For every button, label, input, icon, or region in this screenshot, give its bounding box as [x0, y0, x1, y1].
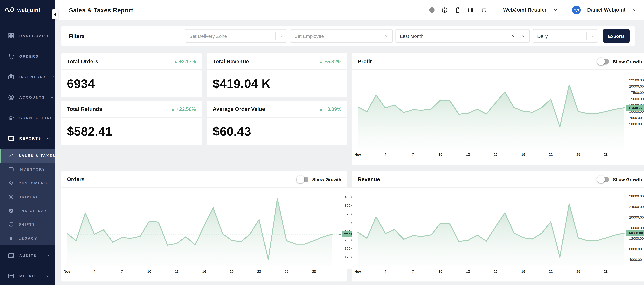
- sidebar-item-label: METRC: [19, 274, 35, 278]
- sidebar-subitem-inventory[interactable]: INVENTORY: [0, 162, 54, 176]
- reports-submenu: SALES & TAXES INVENTORY CUSTOMERS DRIVER…: [0, 149, 54, 245]
- stat-card-average-order-value: Average Order Value ▲+3.09% $60.43: [207, 101, 347, 145]
- employee-select[interactable]: Set Employee: [290, 29, 392, 43]
- clear-icon[interactable]: ✕: [508, 33, 518, 38]
- sidebar-item-label: DASHBOARD: [19, 34, 48, 38]
- chart-box-icon: [8, 252, 14, 259]
- chevron-down-icon: [554, 8, 558, 12]
- status-dot-icon: [429, 7, 434, 12]
- svg-text:16: 16: [494, 270, 498, 274]
- org-name: WebJoint Retailer: [503, 7, 546, 13]
- show-growth-label: Show Growth: [312, 177, 342, 182]
- device-icon[interactable]: [455, 7, 461, 13]
- svg-text:5000.00: 5000.00: [629, 122, 642, 126]
- bar-chart-box-icon: [8, 135, 14, 142]
- sidebar-item-audits[interactable]: AUDITS: [0, 245, 54, 266]
- select-value: Set Employee: [294, 34, 324, 38]
- sidebar-item-orders[interactable]: ORDERS: [0, 46, 54, 66]
- stat-delta: ▲+22.56%: [171, 106, 196, 112]
- brand-name: webjoint: [17, 7, 40, 13]
- stats-grid: Total Orders ▲+2.17% 6934 Total Revenue …: [61, 53, 347, 145]
- svg-text:16000.00: 16000.00: [629, 226, 644, 230]
- panel-icon[interactable]: [468, 7, 474, 13]
- stat-delta: ▲+2.17%: [173, 58, 196, 64]
- chevron-down-icon: [522, 34, 526, 38]
- interval-select[interactable]: Daily: [533, 29, 598, 43]
- delivery-zone-select[interactable]: Set Delivery Zone: [185, 29, 287, 43]
- exports-button[interactable]: Exports: [603, 29, 630, 43]
- home-icon: [8, 114, 14, 121]
- svg-text:16: 16: [202, 270, 206, 274]
- sidebar-item-label: CONNECTIONS: [19, 116, 53, 120]
- topbar-tools: [429, 7, 496, 13]
- svg-text:Nov: Nov: [354, 152, 361, 156]
- collapse-sidebar-button[interactable]: [52, 10, 58, 19]
- svg-text:10: 10: [438, 270, 442, 274]
- list-card-icon: [8, 273, 14, 279]
- chart-box-icon: [8, 166, 14, 172]
- user-picker[interactable]: Daniel Webjoint: [565, 0, 644, 20]
- chevron-down-icon: [554, 8, 558, 12]
- svg-text:16: 16: [494, 152, 498, 156]
- svg-text:22: 22: [549, 270, 553, 274]
- sidebar-subitem-label: END OF DAY: [18, 209, 47, 213]
- sidebar-item-connections[interactable]: CONNECTIONS: [0, 108, 54, 128]
- sidebar-subitem-drivers[interactable]: DRIVERS: [0, 190, 54, 204]
- chevron-down-icon: [50, 95, 54, 100]
- show-growth-label: Show Growth: [613, 177, 642, 182]
- avatar: [572, 6, 581, 14]
- svg-text:11448.77: 11448.77: [628, 106, 643, 110]
- help-icon: [442, 7, 448, 13]
- chevron-down-icon: [46, 253, 50, 258]
- svg-text:7: 7: [121, 270, 123, 274]
- stat-card-total-revenue: Total Revenue ▲+5.32% $419.04 K: [207, 53, 347, 97]
- chevron-up-icon: [46, 136, 50, 141]
- stat-title: Total Refunds: [67, 106, 102, 112]
- sidebar-item-metrc[interactable]: METRC: [0, 266, 54, 285]
- webjoint-logo-icon: [4, 6, 14, 14]
- status-dot-icon[interactable]: [429, 7, 434, 12]
- svg-text:4000.00: 4000.00: [629, 258, 642, 262]
- triangle-up-icon: ▲: [173, 59, 178, 64]
- svg-text:28: 28: [604, 152, 608, 156]
- svg-text:7: 7: [412, 270, 414, 274]
- sidebar-subitem-customers[interactable]: CUSTOMERS: [0, 176, 54, 190]
- show-growth-toggle[interactable]: [598, 58, 609, 64]
- org-picker[interactable]: WebJoint Retailer: [496, 0, 565, 20]
- sidebar-item-reports[interactable]: REPORTS: [0, 128, 54, 149]
- sidebar-subitem-end-of-day[interactable]: END OF DAY: [0, 204, 54, 218]
- svg-text:22500.00: 22500.00: [629, 78, 644, 82]
- sidebar-item-accounts[interactable]: ACCOUNTS: [0, 87, 54, 108]
- svg-text:8000.00: 8000.00: [629, 247, 642, 251]
- avatar-logo-icon: [574, 8, 579, 12]
- chart-card-revenue: Revenue Show Growth 28000.0024000.002000…: [352, 171, 644, 282]
- svg-text:13: 13: [175, 270, 179, 274]
- date-range-select[interactable]: Last Month ✕: [396, 29, 530, 43]
- show-growth-toggle[interactable]: [298, 176, 308, 182]
- svg-text:25: 25: [284, 270, 288, 274]
- star-icon: [8, 235, 14, 241]
- stat-title: Total Orders: [67, 58, 98, 64]
- sidebar: webjoint DASHBOARD ORDERS INVENTORY ACCO…: [0, 0, 54, 285]
- topbar: Sales & Taxes Report WebJoint Retailer D…: [54, 0, 644, 20]
- check-circle-icon: [8, 208, 14, 214]
- sidebar-item-dashboard[interactable]: DASHBOARD: [0, 26, 54, 46]
- sidebar-subitem-shifts[interactable]: SHIFTS: [0, 218, 54, 231]
- svg-text:20000.00: 20000.00: [629, 216, 644, 219]
- sidebar-subitem-sales-taxes[interactable]: SALES & TAXES: [0, 149, 54, 162]
- filter-controls: Set Delivery Zone Set Employee Last Mont…: [185, 29, 630, 43]
- user-name: Daniel Webjoint: [587, 7, 626, 13]
- refresh-icon[interactable]: [481, 7, 487, 13]
- trend-up-icon: [8, 153, 14, 158]
- sidebar-subitem-legacy[interactable]: LEGACY: [0, 231, 54, 245]
- help-icon[interactable]: [442, 7, 448, 13]
- svg-text:25: 25: [576, 270, 580, 274]
- stat-card-total-refunds: Total Refunds ▲+22.56% $582.41: [61, 101, 202, 145]
- sidebar-subitem-label: SHIFTS: [18, 222, 35, 226]
- show-growth-toggle[interactable]: [598, 176, 609, 182]
- sidebar-item-inventory[interactable]: INVENTORY: [0, 66, 54, 87]
- svg-text:28: 28: [604, 270, 608, 274]
- sidebar-item-label: AUDITS: [19, 253, 37, 258]
- refresh-icon: [481, 7, 487, 13]
- area-chart-orders: 400.00360.00320.00280.00240.00200.00160.…: [61, 188, 347, 282]
